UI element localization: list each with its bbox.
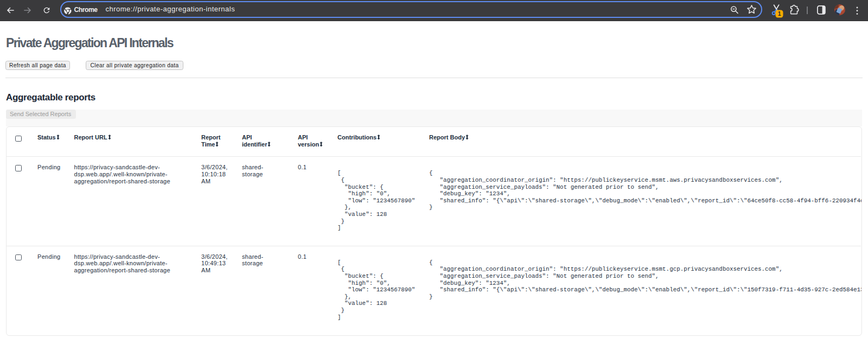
svg-text:1: 1 [778,10,781,17]
